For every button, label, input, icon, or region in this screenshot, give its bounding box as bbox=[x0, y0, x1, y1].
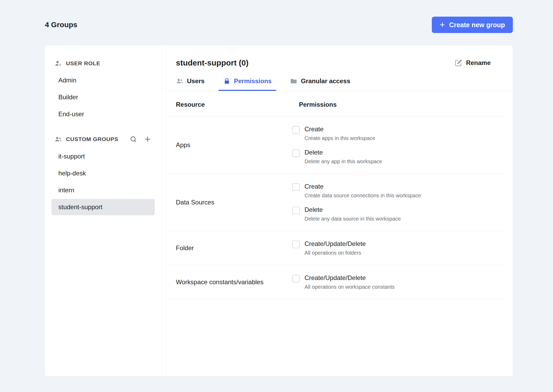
permission-description: Delete any data source in this workspace bbox=[304, 216, 401, 222]
permission-label: Create bbox=[304, 183, 421, 190]
table-row: Folder Create/Update/Delete All operatio… bbox=[168, 231, 507, 265]
resource-name: Folder bbox=[176, 244, 292, 252]
permission-label: Create/Update/Delete bbox=[304, 274, 395, 282]
permission-description: All operations on workspace constants bbox=[304, 284, 395, 290]
apps-create-checkbox[interactable] bbox=[292, 126, 300, 134]
workspace-constants-cud-checkbox[interactable] bbox=[292, 275, 300, 282]
permissions-table: Resource Permissions Apps Create Create … bbox=[168, 91, 507, 299]
tab-users[interactable]: Users bbox=[171, 77, 209, 91]
tab-permissions-label: Permissions bbox=[234, 77, 272, 85]
groups-count-label: 4 Groups bbox=[45, 21, 77, 29]
table-row: Workspace constants/variables Create/Upd… bbox=[168, 265, 507, 299]
permission-item: Create Create data source connections in… bbox=[292, 183, 421, 199]
custom-groups-section: CUSTOM GROUPS bbox=[51, 133, 155, 215]
table-row: Apps Create Create apps in this workspac… bbox=[168, 116, 507, 174]
permission-item: Create/Update/Delete All operations on w… bbox=[292, 274, 395, 290]
permission-item: Delete Delete any app in this workspace bbox=[292, 149, 382, 165]
groups-sidebar: USER ROLE Admin Builder End-user CUSTOM bbox=[45, 45, 162, 376]
rename-label: Rename bbox=[466, 59, 491, 67]
page-header: 4 Groups + Create new group bbox=[45, 16, 513, 33]
user-role-section-label: USER ROLE bbox=[66, 60, 100, 67]
permission-description: Delete any app in this workspace bbox=[304, 158, 382, 165]
resource-name: Apps bbox=[176, 141, 292, 149]
search-icon[interactable] bbox=[130, 136, 137, 143]
group-detail-header: student-support (0) Rename bbox=[162, 45, 513, 67]
people-group-icon bbox=[55, 136, 62, 143]
permission-description: All operations on folders bbox=[304, 250, 366, 256]
permissions-column-header: Permissions bbox=[299, 101, 337, 108]
sidebar-item-it-support[interactable]: it-support bbox=[51, 148, 155, 165]
table-header-row: Resource Permissions bbox=[168, 91, 507, 116]
table-row: Data Sources Create Create data source c… bbox=[168, 174, 507, 231]
permission-description: Create data source connections in this w… bbox=[304, 193, 421, 199]
group-detail-panel: student-support (0) Rename bbox=[162, 45, 513, 376]
tab-users-label: Users bbox=[187, 77, 205, 85]
users-icon bbox=[176, 78, 184, 85]
rename-button[interactable]: Rename bbox=[454, 59, 491, 67]
group-title: student-support (0) bbox=[176, 58, 249, 67]
permission-label: Delete bbox=[304, 149, 382, 156]
tab-permissions[interactable]: Permissions bbox=[218, 77, 276, 91]
groups-card: USER ROLE Admin Builder End-user CUSTOM bbox=[44, 45, 513, 377]
resource-column-header: Resource bbox=[176, 101, 292, 108]
lock-icon bbox=[223, 78, 231, 85]
tab-granular-access[interactable]: Granular access bbox=[285, 77, 355, 91]
permission-item: Create/Update/Delete All operations on f… bbox=[292, 240, 366, 256]
data-sources-create-checkbox[interactable] bbox=[292, 183, 300, 191]
create-new-group-label: Create new group bbox=[449, 21, 505, 29]
tab-granular-access-label: Granular access bbox=[301, 77, 350, 85]
sidebar-item-intern[interactable]: intern bbox=[51, 182, 155, 198]
user-role-section-header: USER ROLE bbox=[51, 58, 155, 69]
plus-icon[interactable] bbox=[144, 136, 151, 143]
sidebar-item-help-desk[interactable]: help-desk bbox=[51, 165, 155, 181]
edit-pencil-icon bbox=[454, 59, 462, 67]
sidebar-item-end-user[interactable]: End-user bbox=[51, 106, 155, 122]
permission-item: Create Create apps in this workspace bbox=[292, 125, 382, 141]
data-sources-delete-checkbox[interactable] bbox=[292, 207, 300, 214]
sidebar-item-student-support[interactable]: student-support bbox=[51, 199, 155, 215]
plus-icon: + bbox=[440, 20, 445, 29]
folder-cud-checkbox[interactable] bbox=[292, 241, 300, 248]
custom-groups-actions bbox=[130, 136, 151, 143]
sidebar-item-admin[interactable]: Admin bbox=[51, 72, 155, 88]
resource-name: Data Sources bbox=[176, 199, 292, 206]
sidebar-item-builder[interactable]: Builder bbox=[51, 89, 155, 105]
group-tabs: Users Permissions bbox=[162, 77, 513, 91]
folder-icon bbox=[290, 78, 297, 85]
custom-groups-section-header: CUSTOM GROUPS bbox=[51, 133, 155, 145]
user-gear-icon bbox=[55, 60, 62, 67]
apps-delete-checkbox[interactable] bbox=[292, 149, 300, 157]
create-new-group-button[interactable]: + Create new group bbox=[432, 17, 513, 33]
groups-page: 4 Groups + Create new group USER ROLE bbox=[0, 0, 553, 392]
permission-item: Delete Delete any data source in this wo… bbox=[292, 206, 421, 222]
resource-name: Workspace constants/variables bbox=[176, 278, 292, 286]
permission-label: Create/Update/Delete bbox=[304, 240, 366, 248]
permission-description: Create apps in this workspace bbox=[304, 135, 375, 141]
permission-label: Delete bbox=[304, 206, 401, 213]
custom-groups-section-label: CUSTOM GROUPS bbox=[66, 136, 118, 142]
permission-label: Create bbox=[304, 125, 375, 133]
